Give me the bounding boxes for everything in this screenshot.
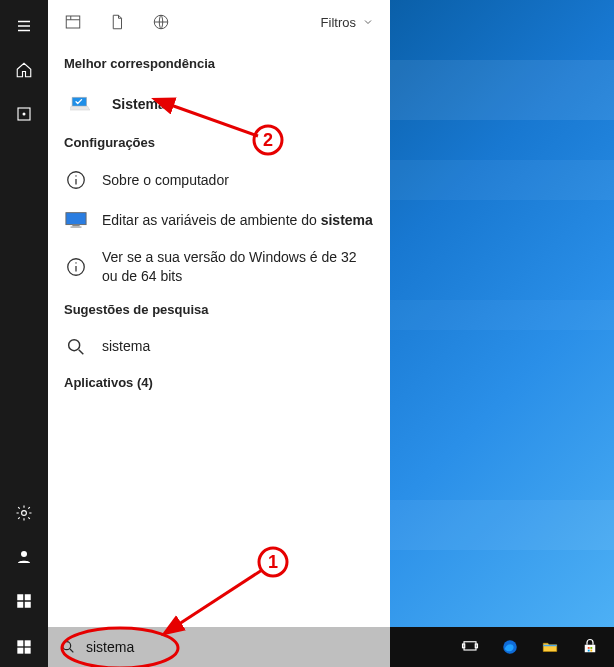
- result-settings-bits[interactable]: Ver se a sua versão do Windows é de 32 o…: [64, 240, 374, 294]
- start-rail: [0, 0, 48, 627]
- edge-icon[interactable]: [490, 627, 530, 667]
- section-apps: Aplicativos (4): [64, 375, 374, 390]
- result-best-title: Sistema: [112, 95, 374, 114]
- hamburger-icon[interactable]: [0, 4, 48, 48]
- filters-dropdown[interactable]: Filtros: [321, 15, 374, 30]
- account-icon[interactable]: [0, 92, 48, 136]
- info-icon: [64, 168, 88, 192]
- svg-rect-10: [25, 602, 31, 608]
- svg-point-30: [63, 642, 71, 650]
- svg-rect-32: [464, 642, 476, 650]
- result-best-sistema[interactable]: Sistema: [64, 81, 374, 127]
- scope-documents-icon[interactable]: [108, 13, 126, 31]
- svg-point-17: [75, 175, 76, 176]
- svg-rect-9: [17, 602, 23, 608]
- svg-rect-37: [588, 647, 590, 649]
- svg-rect-26: [17, 640, 23, 646]
- search-input[interactable]: [86, 639, 378, 655]
- svg-point-24: [69, 339, 80, 350]
- svg-line-25: [79, 350, 84, 355]
- user-icon[interactable]: [0, 535, 48, 579]
- result-text: sistema: [102, 337, 374, 356]
- monitor-icon: [64, 208, 88, 232]
- svg-rect-39: [588, 650, 590, 652]
- section-best-match: Melhor correspondência: [64, 56, 374, 71]
- settings-gear-icon[interactable]: [0, 491, 48, 535]
- svg-point-4: [23, 113, 26, 116]
- taskbar: [0, 627, 614, 667]
- taskbar-rest: [390, 627, 614, 667]
- search-scope-bar: Filtros: [48, 0, 390, 44]
- scope-apps-icon[interactable]: [64, 13, 82, 31]
- svg-rect-8: [25, 594, 31, 600]
- result-text: Ver se a sua versão do Windows é de 32 o…: [102, 248, 374, 286]
- result-text: Editar as variáveis de ambiente do siste…: [102, 211, 374, 230]
- task-view-icon[interactable]: [450, 627, 490, 667]
- start-button[interactable]: [0, 627, 48, 667]
- svg-rect-38: [590, 647, 592, 649]
- search-icon: [64, 335, 88, 359]
- result-settings-about[interactable]: Sobre o computador: [64, 160, 374, 200]
- file-explorer-icon[interactable]: [530, 627, 570, 667]
- svg-line-31: [70, 649, 73, 652]
- svg-rect-29: [25, 648, 31, 654]
- svg-rect-28: [17, 648, 23, 654]
- svg-rect-19: [72, 225, 79, 227]
- svg-rect-27: [25, 640, 31, 646]
- search-results-body: Melhor correspondência Sistema Configura…: [48, 44, 390, 627]
- filters-label: Filtros: [321, 15, 356, 30]
- chevron-down-icon: [362, 16, 374, 28]
- svg-rect-36: [543, 645, 557, 647]
- svg-rect-11: [66, 16, 80, 28]
- svg-point-5: [22, 511, 27, 516]
- result-text: Sobre o computador: [102, 171, 374, 190]
- power-or-start-icon[interactable]: [0, 579, 48, 623]
- search-icon: [60, 639, 76, 655]
- svg-point-23: [75, 262, 76, 263]
- section-suggestions: Sugestões de pesquisa: [64, 302, 374, 317]
- section-settings: Configurações: [64, 135, 374, 150]
- store-icon[interactable]: [570, 627, 610, 667]
- svg-rect-20: [71, 226, 82, 227]
- search-results-panel: Filtros Melhor correspondência Sistema C…: [48, 0, 390, 627]
- home-icon[interactable]: [0, 48, 48, 92]
- laptop-checked-icon: [64, 89, 98, 119]
- scope-web-icon[interactable]: [152, 13, 170, 31]
- svg-rect-7: [17, 594, 23, 600]
- svg-rect-40: [590, 650, 592, 652]
- result-settings-envvars[interactable]: Editar as variáveis de ambiente do siste…: [64, 200, 374, 240]
- desktop-wallpaper: [390, 0, 614, 627]
- info-icon: [64, 255, 88, 279]
- svg-rect-18: [66, 213, 86, 225]
- taskbar-search-box[interactable]: [48, 627, 390, 667]
- result-suggestion-sistema[interactable]: sistema: [64, 327, 374, 367]
- svg-point-6: [21, 551, 27, 557]
